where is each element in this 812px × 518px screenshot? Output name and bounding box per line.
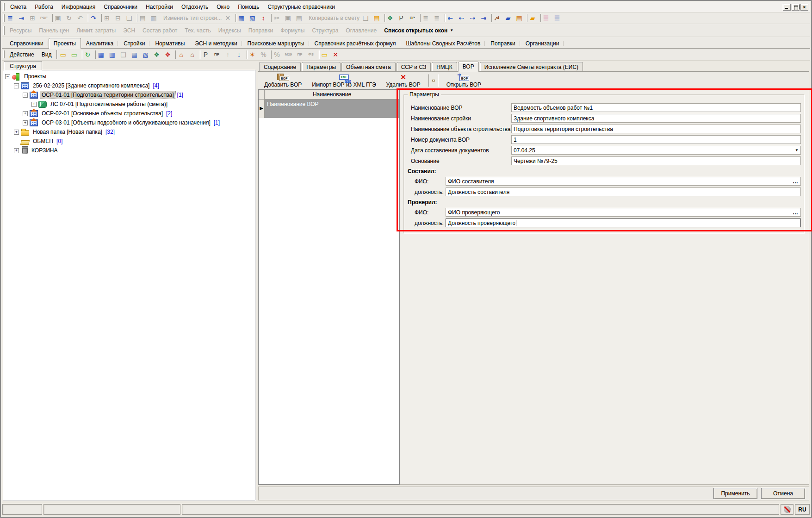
close-red-icon[interactable]: ✕ [331,50,342,60]
tree-expander[interactable]: + [23,120,28,125]
add-vor-button[interactable]: ВОР Добавить ВОР [259,72,307,89]
module-tab[interactable]: Аналитика [81,38,118,48]
save-project-icon[interactable]: ▦ [130,50,141,60]
menu-item[interactable]: Справочники [99,2,142,12]
name-column-header[interactable]: Наименование [265,90,399,100]
document-tab[interactable]: ВОР [458,62,479,72]
cut-icon[interactable]: ✂ [273,13,284,23]
row-type-icon[interactable]: ▥ [149,13,161,23]
tree-item[interactable]: − Проекты [3,72,255,81]
ellipsis-button[interactable]: … [793,180,799,183]
tree-item[interactable]: − ОСР-01-01 [Подготовка территории строи… [3,90,255,100]
refresh-tree-icon[interactable]: ↻ [83,50,94,60]
cancel-button[interactable]: Отмена [761,488,805,499]
vor-list-row[interactable]: ▶ Наименование ВОР [259,100,399,118]
tree-expander[interactable]: + [23,111,28,116]
document-tab[interactable]: ССР и СЗ [397,62,431,71]
module-tab[interactable]: Шаблоны Сводных Расчётов [401,38,485,48]
panel-toggle[interactable]: Формулы [277,25,308,36]
panel-toggle[interactable]: Состав работ [139,25,181,36]
field-input[interactable]: Здание спортивного комплекса … ▼ [511,114,801,123]
field-input[interactable]: Ведомость объемов работ №1 … ▼ [511,103,801,112]
insert-doc-icon[interactable]: ▧ [248,13,259,23]
tree-item[interactable]: + ЛС 07-01 [Подготовительные работы (сме… [3,100,255,109]
calculator-icon[interactable]: ▦ [237,13,248,23]
save-icon[interactable]: ▣ [54,13,65,23]
tree-delete-icon[interactable]: ≣ [433,13,444,23]
panel-toggle[interactable]: Панель цен [35,25,73,36]
price-p-icon[interactable]: P [397,13,408,23]
folder-collapse-icon[interactable]: ▭ [70,50,81,60]
panel-toggle[interactable]: Лимит. затраты [73,25,119,36]
pdf-export-icon[interactable]: PDF [39,13,51,23]
delete-vor-button[interactable]: ✕ Удалить ВОР [381,72,426,89]
labor-icon[interactable]: ☭ [493,13,504,23]
tree-shift-icon[interactable]: ⇥ [17,13,28,23]
export-estimate-icon[interactable]: ❖ [163,50,174,60]
print-icon[interactable]: ▤ [138,13,149,23]
clear-row-icon[interactable]: ✕ [223,13,235,23]
materials-icon[interactable]: ▤ [515,13,526,23]
price-pr-icon[interactable]: ПР [408,13,419,23]
copy-project-icon[interactable]: ▥ [108,50,119,60]
field-input[interactable]: Должность проверяющего … ▼ [446,218,801,227]
tree-expander[interactable]: + [14,130,19,135]
module-tab[interactable]: Справочники [5,38,49,48]
change-row-type-label[interactable]: Изменить тип строки... [161,13,223,23]
tree-item[interactable]: ОБМЕН [0] [3,137,255,146]
undo-icon[interactable]: ↶ [76,13,87,23]
tree-expander[interactable]: + [31,102,37,107]
books-blue-icon[interactable]: ☰ [553,13,564,23]
refresh-icon[interactable]: ↻ [65,13,76,23]
doc-p-icon[interactable]: P [201,50,212,60]
wizard-icon[interactable]: ✶ [248,50,259,60]
normative-base-icon[interactable]: ❖ [386,13,397,23]
toolbar-grip[interactable] [3,14,5,22]
percent-icon[interactable]: % [259,50,270,60]
tree-item[interactable]: − 256-02-2025 [Здание спортивного компле… [3,81,255,90]
copy-doc-icon[interactable]: ❑ [361,13,372,23]
module-tab[interactable]: Поправки [485,38,520,48]
tree-item[interactable]: + ОСР-03-01 [Объекты подсобного и обслуж… [3,118,255,127]
tree-expander[interactable]: − [14,83,19,88]
menu-item[interactable]: Смета [6,2,31,12]
tree-expander[interactable]: + [14,148,19,153]
menu-item[interactable]: Окно [212,2,234,12]
open-windows-button[interactable]: Список открытых окон ▼ [380,25,457,36]
panel-toggle[interactable]: Ресурсы [6,25,35,36]
toolbar-grip[interactable] [3,50,5,59]
action-menu[interactable]: Вид [38,50,56,59]
document-tab[interactable]: Исполнение Сметы контракта (ЕИС) [480,62,583,71]
add-project-icon[interactable]: ▦ [97,50,108,60]
menu-item[interactable]: Информация [57,2,99,12]
books-pink-icon[interactable]: ☰ [542,13,553,23]
transport-icon[interactable]: ▰ [528,13,539,23]
index-percent-icon[interactable]: % [273,50,284,60]
add-object-icon[interactable]: ⌂ [177,50,188,60]
tab-structure[interactable]: Структура [4,61,42,70]
close-button[interactable]: × [800,4,808,11]
document-tab[interactable]: Объектная смета [341,62,396,71]
tree-item[interactable]: + Новая папка [Новая папка] [32] [3,127,255,137]
toolbar-grip[interactable] [3,26,5,35]
panel-toggle[interactable]: Оглавление [342,25,380,36]
tree-expander[interactable]: − [5,74,10,79]
m29-icon[interactable]: М29 [284,50,296,60]
tree-expander[interactable]: − [23,93,28,98]
tree-edit-icon[interactable]: ≣ [421,13,433,23]
indent-left-icon[interactable]: ⇠ [457,13,468,23]
panel-toggle[interactable]: Тех. часть [181,25,214,36]
field-input[interactable]: Должность составителя … ▼ [446,187,801,196]
module-tab[interactable]: Стройки [118,38,150,48]
copy-to-estimate-label[interactable]: Копировать в смету [306,13,361,23]
field-input[interactable]: ФИО проверяющего … ▼ [446,208,801,217]
excel-export-icon[interactable]: ⊞ [28,13,39,23]
toolbar-grip[interactable] [3,3,5,10]
panel-toggle[interactable]: Индексы [215,25,245,36]
load-project-icon[interactable]: ▧ [141,50,152,60]
tree-item[interactable]: + КОРЗИНА [3,146,255,155]
menu-item[interactable]: Работа [31,2,57,12]
indent-last-icon[interactable]: ⇥ [479,13,490,23]
panel-toggle[interactable]: Поправки [245,25,277,36]
recalc-icon[interactable]: ↷ [89,13,100,23]
